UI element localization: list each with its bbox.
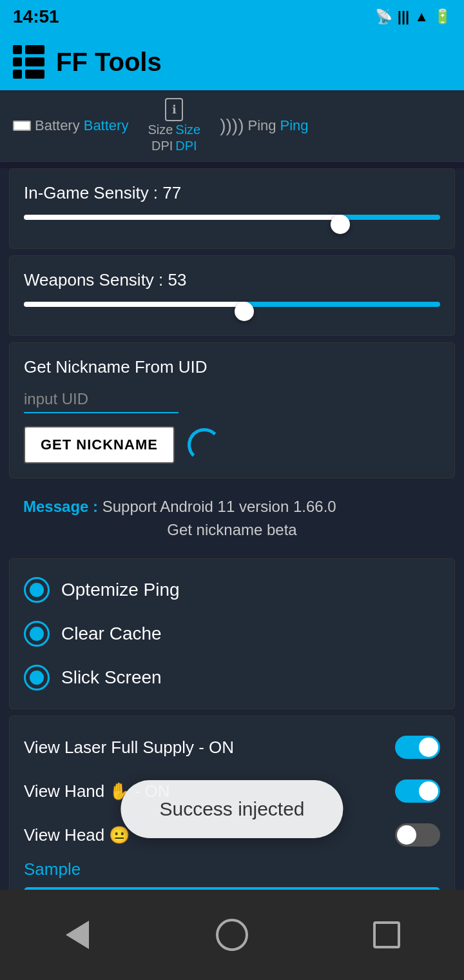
status-time: 14:51 (13, 6, 59, 27)
battery-tab-label: Battery (35, 117, 80, 134)
app-title: FF Tools (56, 48, 162, 77)
size-tab-label: Size (148, 122, 173, 137)
in-game-slider-track[interactable] (24, 215, 440, 220)
nickname-section-title: Get Nickname From UID (24, 357, 440, 377)
nav-back-button[interactable] (58, 916, 97, 954)
radio-label-clear-cache: Clear Cache (61, 623, 162, 644)
sample-link[interactable]: Sample (24, 859, 440, 879)
nickname-card: Get Nickname From UID GET NICKNAME (9, 342, 455, 478)
toggle-knob-view-hand (419, 781, 438, 801)
main-content: In-Game Sensity : 77 Weapons Sensity : 5… (0, 168, 464, 980)
nav-bar (0, 890, 464, 980)
message-label: Message : (23, 498, 98, 515)
in-game-slider-thumb[interactable] (331, 215, 350, 234)
nickname-row: GET NICKNAME (24, 426, 440, 464)
toast-message: Success injected (121, 780, 343, 838)
toggle-switch-view-head[interactable] (395, 823, 440, 847)
nav-home-icon (216, 919, 248, 951)
toggle-label-view-laser: View Laser Full Supply - ON (24, 738, 234, 758)
ping-tab-label: Ping (248, 117, 276, 134)
tabs-strip: Battery Battery ℹ Size Size DPI DPI ))))… (0, 90, 464, 162)
cast-icon: 📡 (375, 8, 392, 25)
radio-outer-clear-cache (24, 621, 50, 647)
battery-tab-label-blue: Battery (84, 117, 129, 134)
app-bar-grid-icon (13, 45, 44, 79)
uid-input[interactable] (24, 386, 179, 413)
loading-spinner (188, 428, 221, 462)
radio-inner-clear-cache (30, 627, 44, 641)
toggle-switch-view-laser[interactable] (395, 736, 440, 759)
radio-item-optimize-ping[interactable]: Optemize Ping (24, 568, 440, 612)
weapons-slider-thumb[interactable] (235, 302, 254, 321)
toast-text: Success injected (159, 798, 304, 819)
status-bar: 14:51 📡 ||| ▲ 🔋 (0, 0, 464, 34)
ping-tab-label-blue: Ping (280, 117, 309, 134)
radio-item-clear-cache[interactable]: Clear Cache (24, 612, 440, 656)
message-line1: Support Android 11 version 1.66.0 (102, 498, 336, 515)
toggle-knob-view-laser (419, 738, 438, 757)
battery-icon: 🔋 (434, 8, 451, 25)
wifi-icon: ▲ (414, 8, 429, 25)
message-line2: Get nickname beta (23, 518, 441, 542)
in-game-sensity-card: In-Game Sensity : 77 (9, 168, 455, 249)
nav-recents-icon (373, 921, 400, 948)
nav-back-icon (66, 921, 89, 949)
radio-options-card: Optemize Ping Clear Cache Slick Screen (9, 558, 455, 709)
radio-outer-slick-screen (24, 665, 50, 691)
message-text: Message : Support Android 11 version 1.6… (23, 495, 441, 542)
radio-inner-optimize-ping (30, 583, 44, 597)
battery-tab-icon (13, 121, 31, 131)
status-icons: 📡 ||| ▲ 🔋 (375, 8, 451, 25)
nav-recents-button[interactable] (367, 916, 406, 954)
in-game-sensity-label: In-Game Sensity : 77 (24, 183, 440, 203)
radio-inner-slick-screen (30, 671, 44, 685)
weapons-sensity-card: Weapons Sensity : 53 (9, 255, 455, 336)
weapons-sensity-label: Weapons Sensity : 53 (24, 270, 440, 290)
radio-label-optimize-ping: Optemize Ping (61, 580, 180, 600)
dpi-tab-label-blue: DPI (175, 139, 197, 153)
info-tab-icon: ℹ (165, 98, 183, 121)
radio-item-slick-screen[interactable]: Slick Screen (24, 656, 440, 700)
wifi-ping-icon: )))) (220, 115, 244, 136)
nav-home-button[interactable] (213, 916, 251, 954)
weapons-slider-track[interactable] (24, 302, 440, 307)
radio-label-slick-screen: Slick Screen (61, 667, 162, 688)
message-card: Message : Support Android 11 version 1.6… (9, 485, 455, 552)
weapons-slider-track-container (24, 302, 440, 321)
size-tab-label-blue: Size (175, 122, 200, 137)
radio-outer-optimize-ping (24, 577, 50, 603)
in-game-slider-track-container (24, 215, 440, 234)
tab-size-dpi[interactable]: ℹ Size Size DPI DPI (148, 98, 200, 153)
get-nickname-button[interactable]: GET NICKNAME (24, 426, 175, 464)
toggle-knob-view-head (397, 825, 416, 845)
toggle-row-view-laser: View Laser Full Supply - ON (24, 725, 440, 769)
tab-battery[interactable]: Battery Battery (13, 117, 128, 134)
tab-ping[interactable]: )))) Ping Ping (220, 115, 308, 136)
toggle-label-view-head: View Head 😐 (24, 825, 130, 845)
dpi-tab-label: DPI (151, 139, 173, 153)
toggle-switch-view-hand[interactable] (395, 779, 440, 803)
app-bar: FF Tools (0, 34, 464, 90)
vibrate-icon: ||| (398, 8, 409, 25)
